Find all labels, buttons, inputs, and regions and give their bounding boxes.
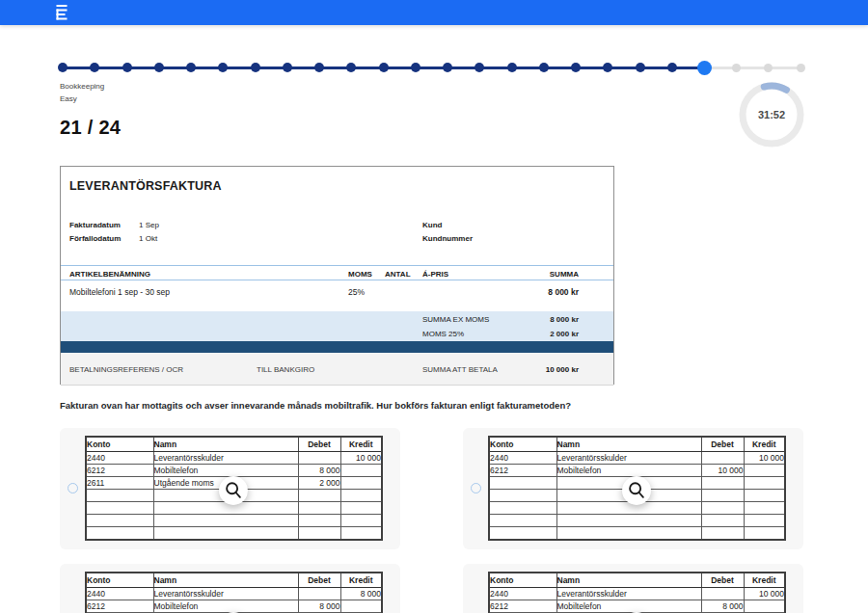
table-cell: 2 000 — [298, 477, 340, 490]
option-radio-2[interactable] — [471, 483, 481, 493]
column-header: Namn — [556, 573, 701, 588]
progress-dot-18 — [603, 63, 612, 72]
progress-dot-12 — [411, 63, 420, 72]
table-cell: 2440 — [489, 588, 556, 600]
table-cell: 8 000 — [701, 600, 744, 613]
option-card-3[interactable]: KontoNamnDebetKredit2440Leverantörsskuld… — [60, 564, 400, 613]
table-cell — [489, 515, 556, 527]
magnifier-icon-2[interactable] — [622, 476, 651, 505]
column-header: Debet — [701, 437, 744, 452]
progress-dot-11 — [379, 63, 389, 72]
column-header: Debet — [298, 437, 340, 452]
table-cell — [744, 465, 785, 477]
progress-dot-10 — [346, 63, 356, 72]
table-cell — [340, 502, 382, 515]
progress-dot-16 — [539, 63, 549, 72]
progress-dot-9 — [314, 63, 324, 72]
invoice-divider-bar — [61, 341, 613, 353]
magnifier-icon-1[interactable] — [219, 476, 248, 505]
progress-dot-14 — [475, 63, 484, 72]
table-cell — [340, 477, 382, 490]
table-cell — [556, 515, 701, 527]
table-cell: Leverantörsskulder — [556, 452, 701, 465]
table-cell — [298, 515, 340, 527]
table-cell: 10 000 — [340, 452, 382, 465]
table-cell: 10 000 — [701, 465, 744, 477]
table-cell: 2440 — [86, 588, 153, 600]
table-cell: 6212 — [489, 465, 556, 477]
table-cell: 2611 — [86, 477, 153, 490]
progress-dot-19 — [636, 63, 645, 72]
progress-dot-13 — [443, 63, 452, 72]
summary-moms-value: 2 000 kr — [485, 330, 579, 338]
column-header: Konto — [86, 437, 153, 452]
table-cell — [298, 502, 340, 515]
column-header: Debet — [701, 573, 744, 588]
invoice-date-label: Fakturadatum — [69, 221, 121, 229]
table-cell — [744, 600, 785, 613]
option-radio-1[interactable] — [68, 483, 78, 493]
customer-label: Kund — [422, 221, 442, 229]
invoice-panel: LEVERANTÖRSFAKTURA Fakturadatum 1 Sep Ku… — [60, 166, 614, 385]
table-row: 2440Leverantörsskulder10 000 — [489, 588, 785, 600]
quiz-level: Easy — [60, 93, 104, 105]
table-cell: 6212 — [489, 600, 556, 613]
progress-dot-8 — [283, 63, 292, 72]
table-cell: 6212 — [86, 600, 153, 613]
table-cell: 10 000 — [744, 452, 785, 465]
col-apris-header: Á-PRIS — [422, 270, 448, 279]
table-cell — [744, 515, 785, 527]
table-row — [489, 515, 785, 527]
table-cell — [701, 527, 744, 541]
invoice-meta-row: Fakturadatum 1 Sep Kund — [61, 221, 613, 233]
table-cell — [153, 515, 298, 527]
col-antal-header: ANTAL — [385, 270, 411, 279]
table-cell: 2440 — [489, 452, 556, 465]
summary-ex-moms-label: SUMMA EX MOMS — [422, 315, 489, 324]
invoice-date-value: 1 Sep — [139, 221, 159, 229]
table-cell — [298, 588, 340, 600]
table-cell — [556, 527, 701, 541]
table-row: 6212Mobiltelefon8 000 — [86, 600, 382, 613]
question-counter: 21 / 24 — [60, 117, 121, 139]
option-card-2[interactable]: KontoNamnDebetKredit2440Leverantörsskuld… — [463, 428, 803, 549]
table-cell: Leverantörsskulder — [153, 452, 298, 465]
progress-dot-17 — [571, 63, 581, 72]
table-cell — [701, 477, 744, 490]
progress-dot-1 — [58, 63, 68, 72]
table-row — [489, 527, 785, 541]
table-row: 6212Mobiltelefon8 000 — [489, 600, 785, 613]
table-cell: Mobiltelefon — [556, 465, 701, 477]
progress-dot-23 — [764, 64, 773, 72]
table-cell — [744, 502, 785, 515]
table-row: 6212Mobiltelefon10 000 — [489, 465, 785, 477]
table-cell — [86, 502, 153, 515]
table-cell — [298, 452, 340, 465]
table-cell — [701, 515, 744, 527]
due-date-label: Förfallodatum — [69, 234, 121, 243]
table-cell — [298, 527, 340, 541]
column-header: Namn — [153, 437, 298, 452]
column-header: Namn — [153, 573, 298, 588]
progress-dot-2 — [90, 63, 99, 72]
option-card-4[interactable]: KontoNamnDebetKredit2440Leverantörsskuld… — [463, 564, 803, 613]
invoice-line-item: Mobiltelefoni 1 sep - 30 sep 25% 8 000 k… — [61, 286, 613, 300]
table-cell: 10 000 — [744, 588, 785, 600]
table-cell — [489, 502, 556, 515]
summary-moms-label: MOMS 25% — [422, 330, 464, 338]
option-card-1[interactable]: KontoNamnDebetKredit2440Leverantörsskuld… — [60, 428, 400, 549]
total-value: 10 000 kr — [485, 365, 579, 374]
invoice-meta-row: Förfallodatum 1 Okt Kundnummer — [61, 234, 613, 247]
table-cell — [153, 502, 298, 515]
column-header: Kredit — [340, 437, 382, 452]
app-logo-icon[interactable] — [55, 5, 68, 20]
progress-dot-20 — [667, 63, 677, 72]
invoice-title: LEVERANTÖRSFAKTURA — [69, 179, 222, 193]
progress-line-todo — [704, 67, 800, 69]
table-cell: Leverantörsskulder — [153, 588, 298, 600]
table-cell — [489, 477, 556, 490]
table-cell: Mobiltelefon — [153, 465, 298, 477]
table-cell: 8 000 — [298, 465, 340, 477]
table-row — [86, 527, 382, 541]
quiz-meta: Bookkeeping Easy — [60, 80, 104, 105]
